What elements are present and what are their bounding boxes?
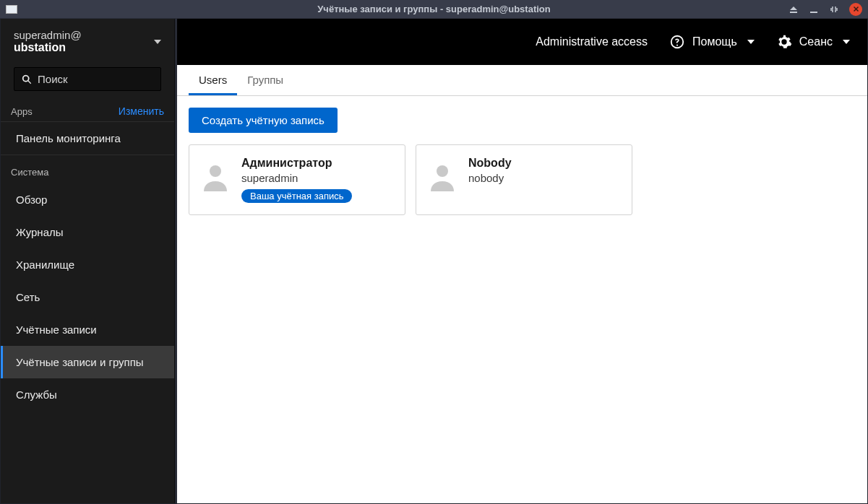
window-title: Учётные записи и группы - superadmin@ubs… [0,4,868,14]
svg-point-2 [437,165,448,177]
gear-icon [776,34,792,50]
help-icon [669,34,685,50]
sidebar-item-storage[interactable]: Хранилище [1,248,174,281]
host-switcher[interactable]: superadmin@ ubstation [1,19,174,61]
sidebar-item-overview[interactable]: Обзор [1,183,174,216]
search-input[interactable] [38,73,153,85]
system-header: Система [1,155,174,183]
sidebar-item-dashboard[interactable]: Панель мониторинга [1,122,174,155]
search-icon [22,74,32,85]
svg-point-1 [210,165,221,177]
sidebar: superadmin@ ubstation Apps Изменить Пане… [1,19,175,503]
tab-groups[interactable]: Группы [237,65,293,95]
close-button[interactable] [849,3,862,16]
tab-users[interactable]: Users [189,65,237,95]
content-area: Administrative access Помощь Сеанс Users… [177,19,867,503]
edit-link[interactable]: Изменить [119,105,164,117]
user-login: nobody [468,172,512,184]
help-label: Помощь [692,35,737,48]
user-display-name: Nobody [468,157,512,170]
sidebar-item-services[interactable]: Службы [1,378,174,411]
admin-access-label: Administrative access [536,35,648,48]
create-account-button[interactable]: Создать учётную запись [189,108,338,133]
chevron-down-icon [154,40,161,44]
search-box[interactable] [14,67,161,91]
avatar-icon [199,161,231,193]
user-login: superadmin [241,172,352,184]
eject-icon[interactable] [788,4,799,14]
avatar-icon [426,161,458,193]
app-icon [6,5,17,14]
user-cards: Администратор superadmin Ваша учётная за… [189,144,856,215]
minimize-button[interactable] [809,4,819,14]
help-menu[interactable]: Помощь [669,34,755,50]
host-name: ubstation [14,41,82,54]
admin-access-link[interactable]: Administrative access [536,35,648,48]
host-user: superadmin@ [14,29,82,41]
your-account-badge: Ваша учётная запись [241,189,352,203]
apps-header: Apps [11,106,33,117]
chevron-down-icon [747,40,755,44]
user-card[interactable]: Администратор superadmin Ваша учётная за… [189,144,405,215]
sidebar-item-accounts[interactable]: Учётные записи [1,313,174,346]
session-label: Сеанс [799,35,833,48]
sidebar-item-accounts-groups[interactable]: Учётные записи и группы [1,346,174,378]
sidebar-item-logs[interactable]: Журналы [1,216,174,248]
maximize-button[interactable] [829,4,839,14]
topbar: Administrative access Помощь Сеанс [177,19,867,65]
window-titlebar: Учётные записи и группы - superadmin@ubs… [0,0,868,19]
session-menu[interactable]: Сеанс [776,34,850,50]
tabs: Users Группы [177,65,867,96]
user-display-name: Администратор [241,157,352,170]
svg-rect-0 [810,12,817,13]
chevron-down-icon [843,40,850,44]
sidebar-item-network[interactable]: Сеть [1,281,174,313]
user-card[interactable]: Nobody nobody [416,144,632,215]
